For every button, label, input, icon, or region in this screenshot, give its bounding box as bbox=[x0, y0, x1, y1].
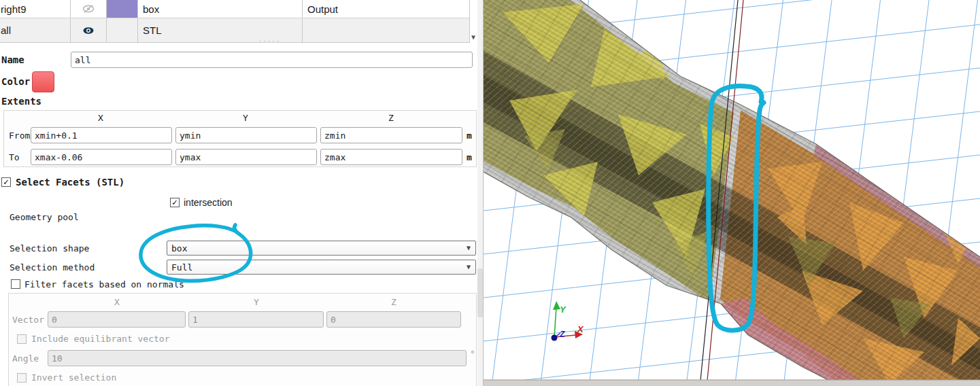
filter-normals-checkbox[interactable] bbox=[11, 279, 20, 289]
to-unit: m bbox=[467, 152, 472, 162]
to-z-input[interactable] bbox=[320, 149, 462, 165]
object-color-cell[interactable] bbox=[107, 18, 138, 42]
filter-normals-label: Filter facets based on normals bbox=[24, 279, 184, 290]
normals-z-header: Z bbox=[391, 297, 396, 307]
invert-selection-checkbox[interactable] bbox=[17, 373, 27, 383]
angle-input[interactable] bbox=[48, 350, 467, 366]
geometry-pool-label: Geometry pool bbox=[10, 212, 79, 222]
panel-scrollbar-thumb[interactable] bbox=[477, 268, 483, 317]
color-swatch-purple[interactable] bbox=[107, 0, 137, 18]
table-row[interactable]: right9 box Output bbox=[0, 0, 469, 18]
equilibrant-label: Include equilibrant vector bbox=[31, 334, 170, 344]
select-facets-checkbox[interactable]: ✓ bbox=[1, 177, 11, 187]
visibility-cell[interactable] bbox=[71, 0, 107, 18]
viewport-bottom-bar bbox=[484, 380, 980, 386]
color-swatch-red[interactable] bbox=[32, 71, 54, 92]
object-output-cell[interactable]: Output bbox=[303, 0, 469, 18]
vector-x-input[interactable] bbox=[48, 311, 186, 328]
to-y-input[interactable] bbox=[175, 149, 317, 165]
eye-visible-icon[interactable] bbox=[82, 25, 95, 36]
x-axis-label: X bbox=[577, 324, 584, 334]
object-type-cell[interactable]: box bbox=[138, 0, 303, 18]
selection-shape-value: box bbox=[171, 243, 187, 253]
angle-unit: ° bbox=[470, 349, 475, 359]
object-name-cell[interactable]: right9 bbox=[0, 0, 71, 18]
chevron-down-icon: ▼ bbox=[467, 244, 471, 251]
properties-panel: right9 box Output all bbox=[0, 0, 484, 386]
to-x-input[interactable] bbox=[31, 149, 172, 165]
selection-method-value: Full bbox=[171, 262, 192, 273]
vector-y-input[interactable] bbox=[188, 311, 324, 328]
name-label: Name bbox=[1, 54, 24, 65]
vector-label: Vector bbox=[12, 315, 44, 325]
viewport-3d[interactable]: Y X Z bbox=[484, 0, 980, 386]
from-label: From bbox=[9, 130, 30, 141]
chevron-down-icon: ▼ bbox=[467, 263, 471, 270]
intersection-checkbox[interactable]: ✓ bbox=[170, 198, 180, 207]
y-axis-label: Y bbox=[560, 304, 567, 315]
extents-x-header: X bbox=[98, 113, 103, 123]
z-axis-dot-icon bbox=[552, 335, 558, 341]
name-input[interactable] bbox=[71, 52, 473, 68]
angle-label: Angle bbox=[12, 353, 39, 364]
vector-z-input[interactable] bbox=[326, 311, 461, 328]
application-window: right9 box Output all bbox=[0, 0, 980, 386]
extents-z-header: Z bbox=[388, 113, 394, 123]
visibility-cell[interactable] bbox=[71, 18, 107, 42]
extents-y-header: Y bbox=[243, 113, 248, 123]
object-color-cell[interactable] bbox=[107, 0, 138, 18]
object-output-cell[interactable] bbox=[303, 18, 469, 42]
eye-hidden-icon[interactable] bbox=[82, 3, 95, 14]
equilibrant-checkbox[interactable] bbox=[17, 334, 27, 344]
table-row[interactable]: all STL bbox=[0, 18, 469, 43]
intersection-label: intersection bbox=[184, 197, 233, 208]
to-label: To bbox=[9, 152, 20, 162]
selection-shape-dropdown[interactable]: box ▼ bbox=[167, 241, 476, 256]
normals-y-header: Y bbox=[254, 297, 259, 307]
normals-x-header: X bbox=[114, 297, 120, 307]
selection-method-dropdown[interactable]: Full ▼ bbox=[167, 260, 476, 275]
invert-selection-label: Invert selection bbox=[31, 372, 116, 383]
z-axis-label: Z bbox=[559, 330, 565, 339]
panel-scrollbar[interactable] bbox=[477, 0, 483, 386]
from-unit: m bbox=[467, 130, 472, 141]
from-x-input[interactable] bbox=[31, 127, 172, 143]
selection-method-label: Selection method bbox=[10, 262, 95, 273]
selection-shape-label: Selection shape bbox=[10, 243, 89, 253]
splitter-handle[interactable]: ····· bbox=[256, 38, 283, 45]
from-y-input[interactable] bbox=[175, 127, 317, 143]
color-label: Color bbox=[1, 76, 30, 87]
object-name-cell[interactable]: all bbox=[0, 18, 71, 42]
extents-label: Extents bbox=[1, 96, 41, 107]
select-facets-label: Select Facets (STL) bbox=[16, 177, 124, 188]
from-z-input[interactable] bbox=[320, 127, 462, 143]
